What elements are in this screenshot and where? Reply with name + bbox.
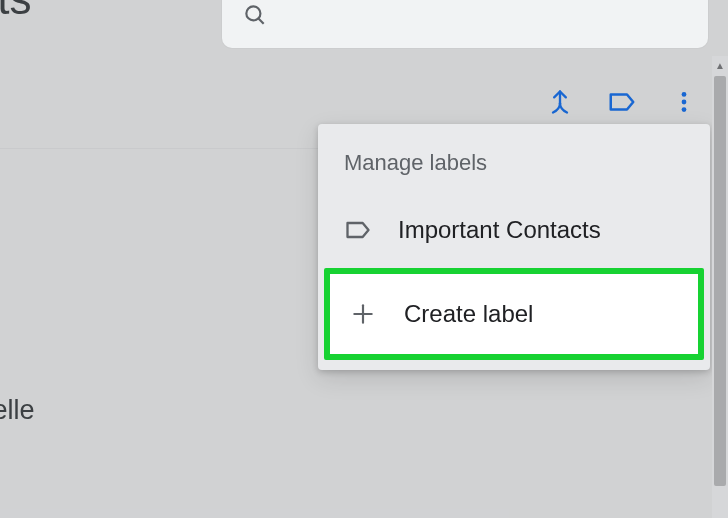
list-item[interactable]: mpbelle [0, 390, 35, 430]
svg-point-0 [246, 6, 260, 20]
svg-point-3 [682, 100, 687, 105]
list-item[interactable]: y [0, 210, 35, 250]
svg-line-1 [258, 18, 263, 23]
merge-icon[interactable] [544, 86, 576, 118]
svg-point-2 [682, 92, 687, 97]
search-bar[interactable] [222, 0, 708, 48]
selection-toolbar [544, 86, 700, 118]
search-icon [242, 2, 268, 32]
create-label-button[interactable]: Create label [330, 274, 698, 354]
menu-header: Manage labels [318, 144, 710, 198]
plus-icon [350, 301, 378, 327]
highlight-box: Create label [324, 268, 704, 360]
menu-item-label: Important Contacts [398, 216, 601, 244]
scrollbar-thumb[interactable] [714, 76, 726, 486]
contact-list: y ris mpbelle [0, 210, 35, 480]
label-icon[interactable] [606, 86, 638, 118]
label-outline-icon [344, 216, 372, 244]
label-item-important-contacts[interactable]: Important Contacts [318, 198, 710, 262]
svg-point-4 [682, 107, 687, 112]
menu-item-label: Create label [404, 300, 533, 328]
more-icon[interactable] [668, 86, 700, 118]
list-item[interactable]: ris [0, 300, 35, 340]
labels-menu: Manage labels Important Contacts Create … [318, 124, 710, 370]
page-title: ntacts [0, 0, 31, 24]
scrollbar-up-arrow[interactable]: ▲ [715, 60, 725, 71]
